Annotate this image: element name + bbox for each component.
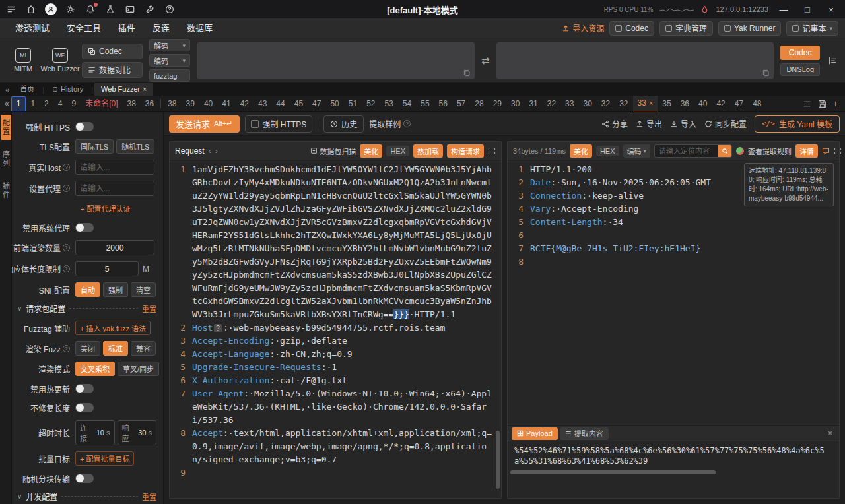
render-mode-cross[interactable]: 交叉乘积: [75, 362, 115, 376]
fuzztag-button[interactable]: fuzztag: [149, 69, 190, 82]
comment-icon[interactable]: [822, 147, 830, 155]
generate-yaml-button[interactable]: </> 生成 Yaml 模板: [755, 115, 840, 133]
render-fuzz-compat[interactable]: 兼容: [131, 341, 156, 356]
menu-item-安全工具[interactable]: 安全工具: [58, 18, 110, 38]
fuzzer-tab-32[interactable]: 32: [615, 96, 632, 112]
fuzzer-tab-2[interactable]: 2: [40, 96, 53, 112]
swap-arrows-icon[interactable]: ⇄: [481, 55, 490, 67]
add-tab-icon[interactable]: +: [833, 98, 838, 109]
request-editor[interactable]: 11amVjdEZhY3RvchmSDnkhcmd1dEJlYW5OYW1lC2…: [170, 160, 501, 498]
paste-icon[interactable]: [463, 69, 471, 77]
web-fuzzer-shortcut[interactable]: WF Web Fuzzer: [45, 48, 75, 73]
codec-quick-button[interactable]: Codec: [82, 44, 143, 59]
construct-request-button[interactable]: 构造请求: [447, 144, 484, 158]
fuzzer-tab-57[interactable]: 57: [452, 96, 470, 112]
fuzzer-tab-43[interactable]: 43: [254, 96, 271, 112]
chunked-toggle[interactable]: [75, 474, 94, 483]
paste-icon[interactable]: [762, 69, 770, 77]
disable-hot-reload-toggle[interactable]: [75, 384, 94, 393]
force-https-toggle[interactable]: [75, 122, 94, 131]
help-icon[interactable]: [164, 3, 176, 15]
fuzzer-tab-36[interactable]: 36: [676, 96, 694, 112]
detail-button[interactable]: 详情: [795, 144, 818, 158]
configure-proxy-auth-link[interactable]: + 配置代理认证: [81, 203, 130, 214]
collapse-tabs-icon[interactable]: «: [3, 86, 12, 94]
tls-option-international[interactable]: 国际TLS: [75, 139, 114, 154]
export-button[interactable]: 导出: [636, 118, 662, 129]
dnslog-button[interactable]: DNSLog: [780, 63, 820, 76]
disable-system-proxy-toggle[interactable]: [75, 223, 94, 232]
import-button[interactable]: 导入: [670, 118, 696, 129]
fuzzer-tab-32[interactable]: 32: [597, 96, 615, 112]
chevron-down-icon[interactable]: ∨: [17, 305, 22, 312]
performance-alert-icon[interactable]: [700, 5, 709, 14]
next-icon[interactable]: ›: [215, 146, 218, 156]
fuzzer-tab-33[interactable]: 33×: [633, 96, 658, 112]
fuzzer-tab-40[interactable]: 40: [199, 96, 217, 112]
response-editor[interactable]: 远端地址: 47.118.81.139:80; 响应时间: 119ms; 总耗时…: [508, 160, 839, 425]
fuzzer-tab-53[interactable]: 53: [380, 96, 398, 112]
layout-align-icon[interactable]: [828, 56, 837, 65]
response-beautify-toggle[interactable]: 美化: [570, 144, 592, 158]
fuzzer-tab-1[interactable]: 1: [26, 96, 40, 112]
sni-option-force[interactable]: 强制: [103, 282, 128, 297]
fuzzer-tab-48[interactable]: 48: [748, 96, 766, 112]
response-timeout-input[interactable]: 响应 30 s: [118, 420, 157, 445]
fuzzer-tab-32[interactable]: 32: [543, 96, 560, 112]
render-mode-sync[interactable]: 草叉/同步: [118, 362, 159, 376]
data-compare-button[interactable]: 数据对比: [82, 62, 143, 78]
fuzzer-tab-31[interactable]: 31: [524, 96, 542, 112]
sni-option-auto[interactable]: 自动: [75, 282, 100, 297]
codec-run-button[interactable]: Codec: [780, 46, 820, 60]
user-avatar[interactable]: [45, 3, 57, 15]
fuzzer-tab-41[interactable]: 41: [217, 96, 235, 112]
close-payload-icon[interactable]: ×: [825, 429, 835, 438]
payload-content[interactable]: %54%52%46%71%59%58%5a%68%4c%6e%56%30%61%…: [514, 445, 832, 466]
terminal-icon[interactable]: [124, 3, 136, 15]
request-scrollbar[interactable]: [496, 431, 500, 489]
fuzzer-tab-51[interactable]: 51: [344, 96, 362, 112]
fuzzer-tab-1[interactable]: 1: [11, 96, 26, 111]
fuzzer-tab-44[interactable]: 44: [271, 96, 289, 112]
dict-manager-button[interactable]: 字典管理: [659, 21, 713, 36]
view-extract-rules-link[interactable]: 查看提取规则: [748, 146, 792, 156]
fuzzer-tab-52[interactable]: 52: [362, 96, 380, 112]
home-icon[interactable]: [25, 3, 37, 15]
beautify-toggle[interactable]: 美化: [360, 144, 382, 158]
insert-yakfuzz-button[interactable]: + 插入 yak.fuzz 语法: [75, 321, 151, 335]
expand-icon[interactable]: [834, 147, 842, 155]
menu-item-数据库[interactable]: 数据库: [178, 18, 221, 38]
mitm-shortcut[interactable]: MI MITM: [8, 48, 38, 73]
fuzzer-tab-28[interactable]: 28: [470, 96, 488, 112]
minimize-button[interactable]: —: [775, 5, 792, 15]
search-icon[interactable]: [718, 144, 731, 158]
settings-gear-icon[interactable]: [65, 3, 77, 15]
tls-option-random[interactable]: 随机TLS: [116, 139, 154, 154]
render-fuzz-standard[interactable]: 标准: [103, 341, 128, 356]
proxy-input[interactable]: [75, 181, 154, 196]
fuzzer-tab-9[interactable]: 9: [67, 96, 81, 112]
tab-extract-content[interactable]: 提取内容: [560, 427, 609, 440]
encode-dropdown[interactable]: 编码▾: [623, 144, 651, 158]
fuzzer-tab-36[interactable]: 36: [141, 96, 158, 112]
fuzzer-tab-38[interactable]: 38: [122, 96, 140, 112]
packet-scan-dropdown[interactable]: 数据包扫描: [310, 146, 356, 156]
fuzzer-tab-33[interactable]: 33: [560, 96, 578, 112]
maximize-button[interactable]: □: [799, 5, 816, 15]
scroll-tabs-left-icon[interactable]: «: [3, 99, 11, 108]
reset-request-config-link[interactable]: 重置: [142, 303, 156, 314]
reset-concurrent-config-link[interactable]: 重置: [142, 491, 156, 502]
codec-output-area[interactable]: [496, 42, 774, 79]
fuzzer-tab-40[interactable]: 40: [694, 96, 712, 112]
decode-dropdown[interactable]: 解码▾: [149, 39, 190, 51]
history-button[interactable]: 历史: [323, 115, 364, 133]
codec-tool-button[interactable]: Codec: [609, 21, 654, 36]
force-https-checkbox[interactable]: 强制 HTTPS: [245, 115, 313, 133]
hotload-button[interactable]: 热加载: [413, 144, 443, 158]
fuzzer-tab-55[interactable]: 55: [416, 96, 434, 112]
extract-sample-label[interactable]: 提取样例 ?: [369, 118, 411, 129]
tab-web-fuzzer[interactable]: Web Fuzzer ×: [94, 83, 153, 96]
fuzzer-tab-54[interactable]: 54: [398, 96, 416, 112]
close-button[interactable]: ×: [823, 5, 840, 15]
resp-limit-input[interactable]: [75, 261, 139, 276]
